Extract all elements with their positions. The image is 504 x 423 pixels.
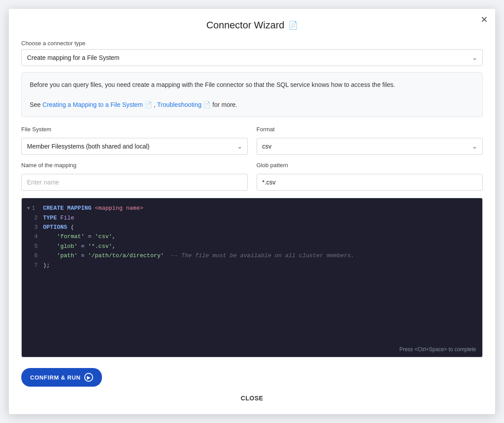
info-box: Before you can query files, you need cre…: [21, 72, 483, 117]
code-editor[interactable]: ▼ 1 2 3 4 5 6 7 CREATE MAPPING <mapping …: [21, 198, 483, 357]
glob-pattern-label: Glob pattern: [257, 162, 483, 168]
mapping-name-label: Name of the mapping: [21, 162, 248, 168]
mapping-name-input[interactable]: [21, 174, 248, 191]
filesystem-format-row: File System Member Filesystems (both sha…: [21, 126, 483, 155]
title-doc-icon: 📄: [288, 20, 298, 30]
format-label: Format: [257, 126, 483, 133]
format-field: Format csv json parquet avro ⌄: [257, 126, 483, 155]
confirm-run-label: CONFIRM & RUN: [30, 374, 81, 381]
file-system-field: File System Member Filesystems (both sha…: [21, 126, 248, 155]
glob-pattern-input[interactable]: [257, 174, 483, 191]
line-numbers: ▼ 1 2 3 4 5 6 7: [22, 204, 43, 270]
connector-wizard-modal: ✕ Connector Wizard 📄 Choose a connector …: [9, 9, 495, 414]
collapse-arrow-icon[interactable]: ▼: [27, 204, 31, 212]
mapping-name-field: Name of the mapping: [21, 162, 248, 191]
file-system-label: File System: [21, 126, 248, 133]
format-select-wrapper: csv json parquet avro ⌄: [257, 138, 483, 155]
connector-type-wrapper: Create mapping for a File System Create …: [21, 49, 483, 66]
creating-mapping-link[interactable]: Creating a Mapping to a File System 📄: [43, 101, 154, 108]
code-line-3: OPTIONS (: [43, 223, 477, 232]
file-system-select[interactable]: Member Filesystems (both shared and loca…: [21, 138, 248, 155]
code-content: CREATE MAPPING <mapping name> TYPE File …: [43, 204, 482, 270]
code-line-7: );: [43, 261, 477, 270]
close-x-button[interactable]: ✕: [481, 15, 488, 24]
link1-doc-icon: 📄: [143, 101, 152, 108]
name-glob-row: Name of the mapping Glob pattern: [21, 162, 483, 191]
editor-hint: Press <Ctrl+Space> to complete: [399, 346, 476, 352]
glob-pattern-field: Glob pattern: [257, 162, 483, 191]
code-line-1: CREATE MAPPING <mapping name>: [43, 204, 477, 213]
connector-type-select[interactable]: Create mapping for a File System Create …: [21, 49, 483, 66]
code-line-5: 'glob' = '*.csv',: [43, 242, 477, 251]
code-line-4: 'format' = 'csv',: [43, 232, 477, 241]
play-icon: ▶: [84, 373, 93, 382]
close-x-icon: ✕: [481, 15, 488, 24]
connector-type-label: Choose a connector type: [21, 40, 483, 47]
code-line-6: 'path' = '/path/to/a/directory' -- The f…: [43, 251, 477, 260]
link2-doc-icon: 📄: [201, 101, 211, 108]
confirm-run-button[interactable]: CONFIRM & RUN ▶: [21, 368, 102, 387]
close-button[interactable]: CLOSE: [21, 395, 483, 402]
code-line-2: TYPE File: [43, 213, 477, 223]
modal-title: Connector Wizard 📄: [21, 20, 483, 31]
format-select[interactable]: csv json parquet avro: [257, 138, 483, 155]
file-system-select-wrapper: Member Filesystems (both shared and loca…: [21, 138, 248, 155]
troubleshooting-link[interactable]: Troubleshooting 📄: [157, 101, 213, 108]
